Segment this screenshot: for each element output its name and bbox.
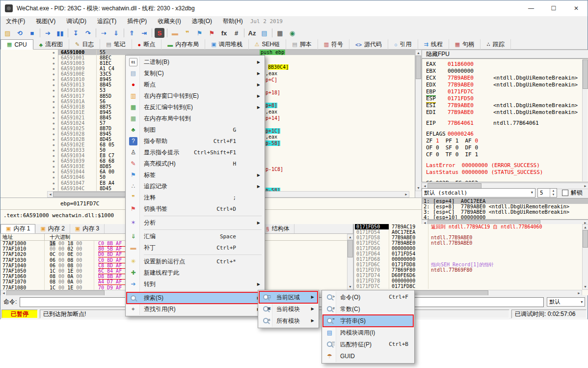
breakpoint-dot-icon[interactable]: ● xyxy=(0,82,58,87)
scroll-down-icon[interactable]: ▼ xyxy=(347,284,353,289)
breakpoint-dot-icon[interactable]: ● xyxy=(0,153,58,158)
breakpoint-dot-icon[interactable]: ● xyxy=(0,169,58,174)
menu-label[interactable]: ⚑标签▶ xyxy=(127,170,264,181)
menu-follow-dump[interactable]: ▥在内存窗口中转到(E)▶ xyxy=(127,90,264,102)
settings-icon[interactable]: S xyxy=(155,28,164,38)
spinner-buttons[interactable]: ▲ ▼ xyxy=(550,189,557,197)
breakpoint-dot-icon[interactable]: ● xyxy=(0,131,58,137)
command-profile-select[interactable]: 默认 ▼ xyxy=(547,297,585,307)
dump-tab-struct[interactable]: §结构体 xyxy=(261,224,294,233)
tab-memory-map[interactable]: ▬内存布局 xyxy=(161,39,205,50)
menu-view[interactable]: 视图(V) xyxy=(30,16,61,27)
menu-breakpoint[interactable]: ●断点▶ xyxy=(127,79,264,90)
menu-toggle-bookmark[interactable]: ⚑切换书签Ctrl+D xyxy=(127,203,264,215)
disasm-row[interactable]: ●6A59100055 xyxy=(0,50,415,55)
dump-tab-memory-1[interactable]: ▣内存 1 xyxy=(0,224,35,233)
stack-row[interactable]: 0171FD640171FD54 xyxy=(355,251,588,256)
menu-options[interactable]: 选项(O) xyxy=(187,16,217,27)
breakpoint-dot-icon[interactable]: ● xyxy=(0,77,58,82)
breakpoint-dot-icon[interactable]: ● xyxy=(0,137,58,142)
stack-row[interactable]: 0171FD7800000000 xyxy=(355,278,588,283)
tab-symbols[interactable]: ▥符号 xyxy=(318,39,349,50)
execute-till-return-icon[interactable]: ⇓ xyxy=(110,28,122,38)
globe-icon[interactable]: ◉ xyxy=(286,28,298,38)
menu-find-references[interactable]: ⌖查找引用(R)▶ xyxy=(127,304,264,315)
breakpoint-dot-icon[interactable]: ● xyxy=(0,158,58,164)
menu-set-new-origin[interactable]: ✳设置新的运行点Ctrl+* xyxy=(127,256,264,267)
submenu-search-strings[interactable]: ❞字符串(S) xyxy=(323,315,413,327)
menu-patch[interactable]: ▬补丁Ctrl+P xyxy=(127,242,264,254)
register-row[interactable]: EAX01186000 xyxy=(422,61,588,68)
menu-new-thread-here[interactable]: ✚新建线程于此 xyxy=(127,267,264,279)
dump-tab-memory-2[interactable]: ▣内存 2 xyxy=(35,224,70,233)
menu-graph[interactable]: ♣制图G xyxy=(127,124,264,136)
register-row[interactable]: EFLAGS00000246 xyxy=(422,131,588,138)
register-row[interactable]: ESI77B9ABE0<ntdll.DbgUiRemoteBreakin> xyxy=(422,102,588,109)
close-button[interactable]: ✕ xyxy=(565,0,588,16)
pause-icon[interactable]: ▮▮ xyxy=(54,28,66,38)
breakpoint-dot-icon[interactable]: ● xyxy=(0,142,58,147)
menu-search[interactable]: 搜索(S)▶ xyxy=(127,292,264,304)
menu-favourites[interactable]: 收藏夹(I) xyxy=(152,16,186,27)
log-window-icon[interactable]: ▤ xyxy=(258,28,270,38)
stack-arguments-list[interactable]: 1: [esp+4] A0C17EEA2: [esp+8] 77B9ABE0 <… xyxy=(422,198,588,220)
tab-references[interactable]: ○引用 xyxy=(388,39,418,50)
menu-goto[interactable]: ➔转到▶ xyxy=(127,279,264,290)
dump-vscroll-thumb[interactable] xyxy=(347,240,353,257)
function-icon[interactable]: fx xyxy=(218,28,230,38)
breakpoint-dot-icon[interactable]: ● xyxy=(0,174,58,180)
menu-follow-disasm[interactable]: ▦在反汇编中转到(E)▶ xyxy=(127,102,264,113)
arg-count-spinner[interactable]: 5 ▲ ▼ xyxy=(537,188,557,198)
register-row[interactable]: ECX77B9ABE0<ntdll.DbgUiRemoteBreakin> xyxy=(422,75,588,82)
register-row[interactable]: EBP0171FD7C xyxy=(422,88,588,95)
tab-source[interactable]: <>源代码 xyxy=(349,39,388,50)
stack-row[interactable]: 0171FD5C77B9ABE0ntdll.77B9ABE0 xyxy=(355,240,588,246)
stack-row[interactable]: 0171FD6C0171FDD8指向SEH_Record[1]的指针 xyxy=(355,262,588,267)
comment-icon[interactable]: ❞ xyxy=(181,28,193,38)
attach-icon[interactable]: ⇥ xyxy=(138,28,150,38)
patch-icon[interactable]: ▬ xyxy=(169,28,181,38)
dump-tab-memory-3[interactable]: ▣内存 3 xyxy=(70,224,105,233)
hide-fpu-button[interactable]: 隐藏FPU xyxy=(422,50,588,58)
stack-row[interactable]: 0171FD74D60FE6D6 xyxy=(355,273,588,278)
menu-debug[interactable]: 调试(D) xyxy=(61,16,92,27)
breakpoint-dot-icon[interactable]: ● xyxy=(0,66,58,71)
step-over-icon[interactable]: ↷ xyxy=(82,28,94,38)
calculator-icon[interactable]: ▦ xyxy=(274,28,286,38)
stack-row[interactable]: 0171FD6800000000 xyxy=(355,256,588,262)
breakpoint-dot-icon[interactable]: ● xyxy=(0,71,58,77)
stack-vscroll-thumb[interactable] xyxy=(583,230,588,248)
menu-file[interactable]: 文件(F) xyxy=(0,16,30,27)
menu-help[interactable]: 帮助(H) xyxy=(217,16,248,27)
scroll-up-icon[interactable]: ▲ xyxy=(347,234,353,240)
restart-icon[interactable]: ⟲ xyxy=(14,28,26,38)
open-file-icon[interactable]: ▨ xyxy=(1,28,14,38)
submenu-search-guid[interactable]: ☂GUID xyxy=(323,350,413,362)
registers-vscrollbar[interactable] xyxy=(582,59,588,181)
breakpoint-dot-icon[interactable]: ● xyxy=(0,104,58,110)
menu-binary[interactable]: 01二进制(B)▶ xyxy=(127,57,264,68)
breakpoint-dot-icon[interactable]: ● xyxy=(0,164,58,169)
run-to-user-code-icon[interactable]: ⇢ xyxy=(98,28,110,38)
stack-row[interactable]: 0171FD5077B9AC19返回到 ntdll.77B9AC19 自 ntd… xyxy=(355,224,588,229)
scroll-left-icon[interactable]: ◄ xyxy=(48,192,53,197)
stop-debug-icon[interactable]: ■ xyxy=(26,28,38,38)
bookmark-icon[interactable]: ⚑ xyxy=(206,28,218,38)
breakpoint-dot-icon[interactable]: ● xyxy=(0,186,58,191)
disasm-vscrollbar[interactable]: ▲ ▼ xyxy=(415,50,422,191)
step-into-icon[interactable]: ↧ xyxy=(70,28,82,38)
unlock-checkbox[interactable] xyxy=(562,190,568,196)
strings-icon[interactable]: Az xyxy=(246,28,258,38)
registers-list[interactable]: EAX01186000EBX00000000ECX77B9ABE0<ntdll.… xyxy=(422,58,588,182)
menu-follow-memmap[interactable]: ▦在内存布局中转到 xyxy=(127,113,264,124)
tab-notes[interactable]: ▤笔记 xyxy=(100,39,132,50)
submenu-search-pattern[interactable]: ▒匹配特征(P)Ctrl+B xyxy=(323,339,413,350)
minimize-button[interactable]: — xyxy=(520,0,542,16)
stack-vscrollbar[interactable]: ▲ ▼ xyxy=(582,224,588,290)
register-row[interactable]: EDX77B9ABE0<ntdll.DbgUiRemoteBreakin> xyxy=(422,82,588,88)
menu-analysis[interactable]: ✶分析▶ xyxy=(127,217,264,228)
submenu-search-constant[interactable]: #常数(C) xyxy=(323,303,413,315)
menu-plugins[interactable]: 插件(P) xyxy=(122,16,152,27)
register-row[interactable]: EBX00000000 xyxy=(422,68,588,75)
stack-row[interactable]: 0171FD6000000000 xyxy=(355,246,588,251)
